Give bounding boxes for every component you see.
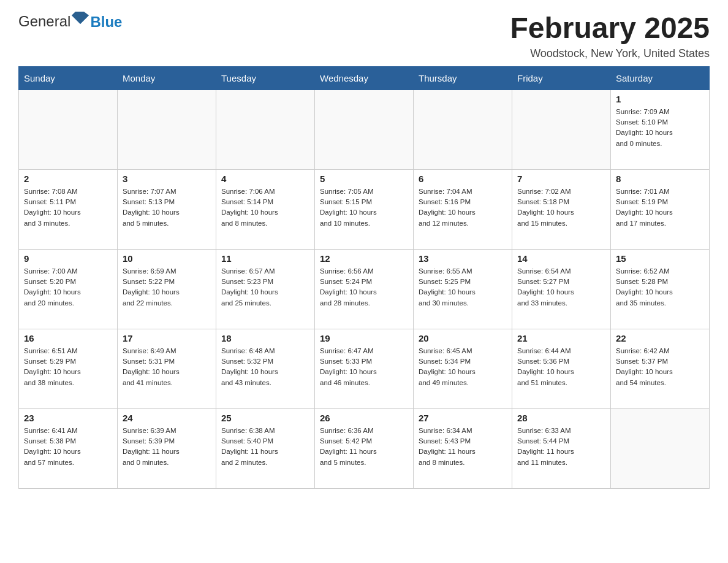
calendar-cell: 9Sunrise: 7:00 AMSunset: 5:20 PMDaylight… — [19, 249, 118, 329]
day-info: Sunrise: 6:33 AMSunset: 5:44 PMDaylight:… — [517, 426, 605, 468]
calendar-cell: 27Sunrise: 6:34 AMSunset: 5:43 PMDayligh… — [414, 408, 512, 488]
svg-marker-1 — [72, 12, 89, 24]
day-info: Sunrise: 6:38 AMSunset: 5:40 PMDaylight:… — [221, 426, 309, 468]
logo-icon — [72, 12, 89, 29]
weekday-thursday: Thursday — [414, 66, 512, 90]
day-info: Sunrise: 6:45 AMSunset: 5:34 PMDaylight:… — [419, 346, 507, 388]
calendar-cell: 16Sunrise: 6:51 AMSunset: 5:29 PMDayligh… — [19, 329, 118, 408]
calendar-cell — [611, 408, 710, 488]
calendar-cell: 12Sunrise: 6:56 AMSunset: 5:24 PMDayligh… — [315, 249, 414, 329]
calendar-cell — [216, 90, 315, 169]
calendar-cell — [118, 90, 216, 169]
day-info: Sunrise: 6:52 AMSunset: 5:28 PMDaylight:… — [616, 266, 704, 308]
month-title: February 2025 — [510, 12, 710, 45]
calendar-cell: 19Sunrise: 6:47 AMSunset: 5:33 PMDayligh… — [315, 329, 414, 408]
day-number: 13 — [419, 253, 507, 264]
day-number: 11 — [221, 253, 309, 264]
weekday-friday: Friday — [512, 66, 611, 90]
weekday-sunday: Sunday — [19, 66, 118, 90]
day-number: 19 — [320, 333, 408, 343]
day-number: 17 — [123, 333, 211, 343]
calendar-cell — [414, 90, 512, 169]
day-info: Sunrise: 6:47 AMSunset: 5:33 PMDaylight:… — [320, 346, 408, 388]
day-number: 16 — [24, 333, 112, 343]
day-number: 2 — [24, 174, 112, 184]
calendar-cell: 21Sunrise: 6:44 AMSunset: 5:36 PMDayligh… — [512, 329, 611, 408]
calendar-cell — [512, 90, 611, 169]
page-header: General Blue February 2025 Woodstock, Ne… — [18, 12, 710, 60]
day-number: 20 — [419, 333, 507, 343]
weekday-wednesday: Wednesday — [315, 66, 414, 90]
logo-general-text: General — [18, 13, 70, 30]
calendar-table: SundayMondayTuesdayWednesdayThursdayFrid… — [18, 66, 710, 489]
day-number: 4 — [221, 174, 309, 184]
calendar-cell: 17Sunrise: 6:49 AMSunset: 5:31 PMDayligh… — [118, 329, 216, 408]
day-number: 25 — [221, 413, 309, 423]
day-number: 7 — [517, 174, 605, 184]
day-number: 28 — [517, 413, 605, 423]
day-number: 27 — [419, 413, 507, 423]
calendar-cell: 10Sunrise: 6:59 AMSunset: 5:22 PMDayligh… — [118, 249, 216, 329]
day-number: 23 — [24, 413, 112, 423]
day-info: Sunrise: 7:04 AMSunset: 5:16 PMDaylight:… — [419, 186, 507, 229]
calendar-cell: 1Sunrise: 7:09 AMSunset: 5:10 PMDaylight… — [611, 90, 710, 169]
calendar-cell: 2Sunrise: 7:08 AMSunset: 5:11 PMDaylight… — [19, 169, 118, 249]
logo: General Blue — [18, 12, 122, 31]
calendar-cell: 20Sunrise: 6:45 AMSunset: 5:34 PMDayligh… — [414, 329, 512, 408]
day-number: 21 — [517, 333, 605, 343]
day-info: Sunrise: 6:39 AMSunset: 5:39 PMDaylight:… — [123, 426, 211, 468]
calendar-cell: 3Sunrise: 7:07 AMSunset: 5:13 PMDaylight… — [118, 169, 216, 249]
calendar-cell: 26Sunrise: 6:36 AMSunset: 5:42 PMDayligh… — [315, 408, 414, 488]
calendar-cell: 22Sunrise: 6:42 AMSunset: 5:37 PMDayligh… — [611, 329, 710, 408]
calendar-cell — [315, 90, 414, 169]
calendar-cell: 5Sunrise: 7:05 AMSunset: 5:15 PMDaylight… — [315, 169, 414, 249]
day-info: Sunrise: 7:01 AMSunset: 5:19 PMDaylight:… — [616, 186, 704, 229]
logo-blue-text: Blue — [90, 13, 122, 31]
day-number: 3 — [123, 174, 211, 184]
calendar-cell — [19, 90, 118, 169]
location-text: Woodstock, New York, United States — [510, 47, 710, 60]
day-info: Sunrise: 7:09 AMSunset: 5:10 PMDaylight:… — [616, 107, 704, 149]
day-number: 12 — [320, 253, 408, 264]
calendar-cell: 11Sunrise: 6:57 AMSunset: 5:23 PMDayligh… — [216, 249, 315, 329]
calendar-cell: 8Sunrise: 7:01 AMSunset: 5:19 PMDaylight… — [611, 169, 710, 249]
day-info: Sunrise: 7:08 AMSunset: 5:11 PMDaylight:… — [24, 186, 112, 229]
day-number: 18 — [221, 333, 309, 343]
calendar-cell: 6Sunrise: 7:04 AMSunset: 5:16 PMDaylight… — [414, 169, 512, 249]
title-section: February 2025 Woodstock, New York, Unite… — [510, 12, 710, 60]
calendar-cell: 7Sunrise: 7:02 AMSunset: 5:18 PMDaylight… — [512, 169, 611, 249]
day-number: 24 — [123, 413, 211, 423]
day-info: Sunrise: 6:44 AMSunset: 5:36 PMDaylight:… — [517, 346, 605, 388]
day-number: 5 — [320, 174, 408, 184]
day-number: 22 — [616, 333, 704, 343]
calendar-week-3: 9Sunrise: 7:00 AMSunset: 5:20 PMDaylight… — [19, 249, 710, 329]
day-info: Sunrise: 7:02 AMSunset: 5:18 PMDaylight:… — [517, 186, 605, 229]
day-info: Sunrise: 6:51 AMSunset: 5:29 PMDaylight:… — [24, 346, 112, 388]
calendar-cell: 24Sunrise: 6:39 AMSunset: 5:39 PMDayligh… — [118, 408, 216, 488]
day-info: Sunrise: 6:34 AMSunset: 5:43 PMDaylight:… — [419, 426, 507, 468]
day-info: Sunrise: 6:41 AMSunset: 5:38 PMDaylight:… — [24, 426, 112, 468]
day-number: 14 — [517, 253, 605, 264]
day-number: 26 — [320, 413, 408, 423]
day-info: Sunrise: 6:56 AMSunset: 5:24 PMDaylight:… — [320, 266, 408, 308]
day-info: Sunrise: 7:05 AMSunset: 5:15 PMDaylight:… — [320, 186, 408, 229]
calendar-cell: 13Sunrise: 6:55 AMSunset: 5:25 PMDayligh… — [414, 249, 512, 329]
day-info: Sunrise: 6:48 AMSunset: 5:32 PMDaylight:… — [221, 346, 309, 388]
day-info: Sunrise: 6:36 AMSunset: 5:42 PMDaylight:… — [320, 426, 408, 468]
day-info: Sunrise: 6:42 AMSunset: 5:37 PMDaylight:… — [616, 346, 704, 388]
day-info: Sunrise: 6:49 AMSunset: 5:31 PMDaylight:… — [123, 346, 211, 388]
day-info: Sunrise: 6:59 AMSunset: 5:22 PMDaylight:… — [123, 266, 211, 308]
day-info: Sunrise: 6:57 AMSunset: 5:23 PMDaylight:… — [221, 266, 309, 308]
calendar-cell: 15Sunrise: 6:52 AMSunset: 5:28 PMDayligh… — [611, 249, 710, 329]
calendar-week-2: 2Sunrise: 7:08 AMSunset: 5:11 PMDaylight… — [19, 169, 710, 249]
calendar-cell: 18Sunrise: 6:48 AMSunset: 5:32 PMDayligh… — [216, 329, 315, 408]
weekday-header-row: SundayMondayTuesdayWednesdayThursdayFrid… — [19, 66, 710, 90]
day-info: Sunrise: 7:06 AMSunset: 5:14 PMDaylight:… — [221, 186, 309, 229]
day-number: 15 — [616, 253, 704, 264]
day-info: Sunrise: 7:07 AMSunset: 5:13 PMDaylight:… — [123, 186, 211, 229]
calendar-week-5: 23Sunrise: 6:41 AMSunset: 5:38 PMDayligh… — [19, 408, 710, 488]
weekday-saturday: Saturday — [611, 66, 710, 90]
calendar-cell: 25Sunrise: 6:38 AMSunset: 5:40 PMDayligh… — [216, 408, 315, 488]
weekday-tuesday: Tuesday — [216, 66, 315, 90]
weekday-monday: Monday — [118, 66, 216, 90]
